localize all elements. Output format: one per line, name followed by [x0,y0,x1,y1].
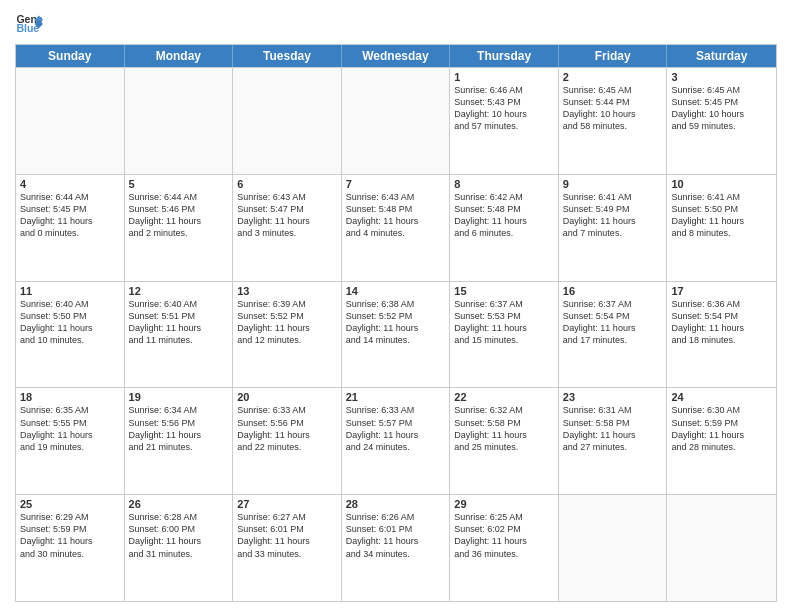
day-cell-27: 27Sunrise: 6:27 AM Sunset: 6:01 PM Dayli… [233,495,342,601]
day-cell-25: 25Sunrise: 6:29 AM Sunset: 5:59 PM Dayli… [16,495,125,601]
day-info: Sunrise: 6:29 AM Sunset: 5:59 PM Dayligh… [20,511,120,560]
day-cell-10: 10Sunrise: 6:41 AM Sunset: 5:50 PM Dayli… [667,175,776,281]
day-info: Sunrise: 6:32 AM Sunset: 5:58 PM Dayligh… [454,404,554,453]
calendar-row-2: 11Sunrise: 6:40 AM Sunset: 5:50 PM Dayli… [16,281,776,388]
day-cell-4: 4Sunrise: 6:44 AM Sunset: 5:45 PM Daylig… [16,175,125,281]
day-info: Sunrise: 6:45 AM Sunset: 5:44 PM Dayligh… [563,84,663,133]
weekday-header-saturday: Saturday [667,45,776,67]
day-number: 23 [563,391,663,403]
calendar-row-3: 18Sunrise: 6:35 AM Sunset: 5:55 PM Dayli… [16,387,776,494]
day-cell-15: 15Sunrise: 6:37 AM Sunset: 5:53 PM Dayli… [450,282,559,388]
day-number: 8 [454,178,554,190]
empty-cell-0-3 [342,68,451,174]
day-info: Sunrise: 6:43 AM Sunset: 5:47 PM Dayligh… [237,191,337,240]
day-cell-9: 9Sunrise: 6:41 AM Sunset: 5:49 PM Daylig… [559,175,668,281]
day-cell-6: 6Sunrise: 6:43 AM Sunset: 5:47 PM Daylig… [233,175,342,281]
day-cell-5: 5Sunrise: 6:44 AM Sunset: 5:46 PM Daylig… [125,175,234,281]
header: General Blue [15,10,777,38]
day-info: Sunrise: 6:28 AM Sunset: 6:00 PM Dayligh… [129,511,229,560]
day-number: 22 [454,391,554,403]
day-number: 1 [454,71,554,83]
day-number: 10 [671,178,772,190]
day-cell-23: 23Sunrise: 6:31 AM Sunset: 5:58 PM Dayli… [559,388,668,494]
day-number: 24 [671,391,772,403]
empty-cell-4-5 [559,495,668,601]
day-cell-3: 3Sunrise: 6:45 AM Sunset: 5:45 PM Daylig… [667,68,776,174]
calendar-header: SundayMondayTuesdayWednesdayThursdayFrid… [16,45,776,67]
day-info: Sunrise: 6:44 AM Sunset: 5:45 PM Dayligh… [20,191,120,240]
day-info: Sunrise: 6:25 AM Sunset: 6:02 PM Dayligh… [454,511,554,560]
day-number: 20 [237,391,337,403]
day-number: 4 [20,178,120,190]
day-info: Sunrise: 6:33 AM Sunset: 5:56 PM Dayligh… [237,404,337,453]
day-cell-26: 26Sunrise: 6:28 AM Sunset: 6:00 PM Dayli… [125,495,234,601]
day-cell-18: 18Sunrise: 6:35 AM Sunset: 5:55 PM Dayli… [16,388,125,494]
day-number: 3 [671,71,772,83]
day-number: 11 [20,285,120,297]
day-cell-20: 20Sunrise: 6:33 AM Sunset: 5:56 PM Dayli… [233,388,342,494]
day-cell-8: 8Sunrise: 6:42 AM Sunset: 5:48 PM Daylig… [450,175,559,281]
day-info: Sunrise: 6:46 AM Sunset: 5:43 PM Dayligh… [454,84,554,133]
day-number: 21 [346,391,446,403]
day-info: Sunrise: 6:41 AM Sunset: 5:50 PM Dayligh… [671,191,772,240]
day-cell-29: 29Sunrise: 6:25 AM Sunset: 6:02 PM Dayli… [450,495,559,601]
day-info: Sunrise: 6:38 AM Sunset: 5:52 PM Dayligh… [346,298,446,347]
day-info: Sunrise: 6:31 AM Sunset: 5:58 PM Dayligh… [563,404,663,453]
day-number: 25 [20,498,120,510]
weekday-header-wednesday: Wednesday [342,45,451,67]
logo: General Blue [15,10,47,38]
day-info: Sunrise: 6:33 AM Sunset: 5:57 PM Dayligh… [346,404,446,453]
empty-cell-4-6 [667,495,776,601]
day-info: Sunrise: 6:30 AM Sunset: 5:59 PM Dayligh… [671,404,772,453]
day-number: 6 [237,178,337,190]
day-cell-7: 7Sunrise: 6:43 AM Sunset: 5:48 PM Daylig… [342,175,451,281]
day-number: 12 [129,285,229,297]
day-cell-16: 16Sunrise: 6:37 AM Sunset: 5:54 PM Dayli… [559,282,668,388]
day-cell-24: 24Sunrise: 6:30 AM Sunset: 5:59 PM Dayli… [667,388,776,494]
empty-cell-0-1 [125,68,234,174]
day-number: 16 [563,285,663,297]
day-info: Sunrise: 6:43 AM Sunset: 5:48 PM Dayligh… [346,191,446,240]
day-number: 2 [563,71,663,83]
weekday-header-thursday: Thursday [450,45,559,67]
day-cell-2: 2Sunrise: 6:45 AM Sunset: 5:44 PM Daylig… [559,68,668,174]
day-cell-11: 11Sunrise: 6:40 AM Sunset: 5:50 PM Dayli… [16,282,125,388]
day-cell-22: 22Sunrise: 6:32 AM Sunset: 5:58 PM Dayli… [450,388,559,494]
day-info: Sunrise: 6:40 AM Sunset: 5:51 PM Dayligh… [129,298,229,347]
calendar-row-1: 4Sunrise: 6:44 AM Sunset: 5:45 PM Daylig… [16,174,776,281]
day-info: Sunrise: 6:35 AM Sunset: 5:55 PM Dayligh… [20,404,120,453]
day-info: Sunrise: 6:37 AM Sunset: 5:53 PM Dayligh… [454,298,554,347]
day-number: 17 [671,285,772,297]
day-info: Sunrise: 6:27 AM Sunset: 6:01 PM Dayligh… [237,511,337,560]
day-number: 18 [20,391,120,403]
weekday-header-tuesday: Tuesday [233,45,342,67]
calendar: SundayMondayTuesdayWednesdayThursdayFrid… [15,44,777,602]
day-number: 27 [237,498,337,510]
day-number: 19 [129,391,229,403]
logo-icon: General Blue [15,10,43,38]
day-cell-13: 13Sunrise: 6:39 AM Sunset: 5:52 PM Dayli… [233,282,342,388]
day-info: Sunrise: 6:37 AM Sunset: 5:54 PM Dayligh… [563,298,663,347]
day-cell-17: 17Sunrise: 6:36 AM Sunset: 5:54 PM Dayli… [667,282,776,388]
day-number: 7 [346,178,446,190]
day-info: Sunrise: 6:26 AM Sunset: 6:01 PM Dayligh… [346,511,446,560]
day-cell-1: 1Sunrise: 6:46 AM Sunset: 5:43 PM Daylig… [450,68,559,174]
calendar-row-4: 25Sunrise: 6:29 AM Sunset: 5:59 PM Dayli… [16,494,776,601]
day-info: Sunrise: 6:40 AM Sunset: 5:50 PM Dayligh… [20,298,120,347]
empty-cell-0-2 [233,68,342,174]
day-info: Sunrise: 6:39 AM Sunset: 5:52 PM Dayligh… [237,298,337,347]
day-number: 5 [129,178,229,190]
page: General Blue SundayMondayTuesdayWednesda… [0,0,792,612]
day-info: Sunrise: 6:41 AM Sunset: 5:49 PM Dayligh… [563,191,663,240]
day-number: 29 [454,498,554,510]
day-cell-14: 14Sunrise: 6:38 AM Sunset: 5:52 PM Dayli… [342,282,451,388]
day-info: Sunrise: 6:45 AM Sunset: 5:45 PM Dayligh… [671,84,772,133]
day-number: 28 [346,498,446,510]
weekday-header-monday: Monday [125,45,234,67]
day-cell-12: 12Sunrise: 6:40 AM Sunset: 5:51 PM Dayli… [125,282,234,388]
day-info: Sunrise: 6:44 AM Sunset: 5:46 PM Dayligh… [129,191,229,240]
day-cell-28: 28Sunrise: 6:26 AM Sunset: 6:01 PM Dayli… [342,495,451,601]
calendar-row-0: 1Sunrise: 6:46 AM Sunset: 5:43 PM Daylig… [16,67,776,174]
weekday-header-sunday: Sunday [16,45,125,67]
day-cell-21: 21Sunrise: 6:33 AM Sunset: 5:57 PM Dayli… [342,388,451,494]
